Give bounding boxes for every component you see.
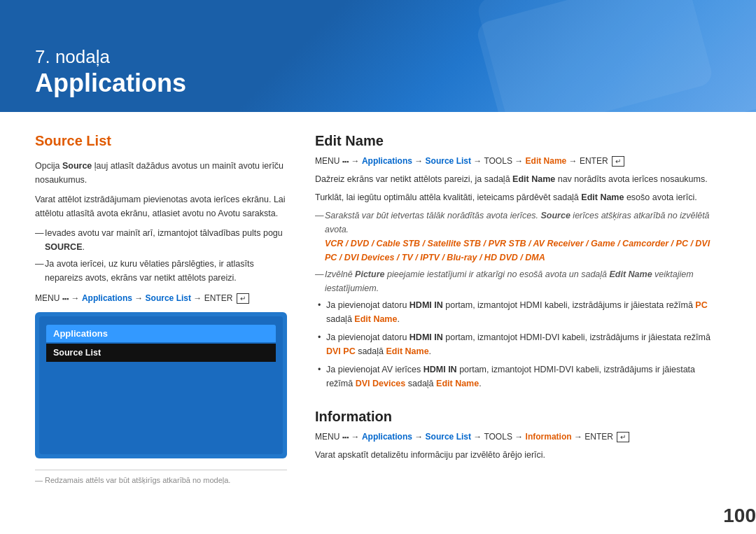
enter-icon-edit: ↵	[612, 156, 624, 167]
edit-name-section: Edit Name MENU ▪▪▪ → Applications → Sour…	[315, 133, 721, 391]
edit-name-dot1: Ja pievienojat datoru HDMI IN portam, iz…	[315, 298, 721, 326]
edit-name-para2: Turklāt, lai iegūtu optimālu attēla kval…	[315, 190, 721, 204]
edit-name-menu-path: MENU ▪▪▪ → Applications → Source List → …	[315, 156, 721, 167]
footnote: — Redzamais attēls var būt atšķirīgs atk…	[35, 470, 287, 484]
information-section: Information MENU ▪▪▪ → Applications → So…	[315, 409, 721, 462]
edit-name-dot2: Ja pievienojat datoru HDMI IN portam, iz…	[315, 330, 721, 358]
enter-icon-info: ↵	[617, 432, 629, 442]
source-list-section-title: Source List	[35, 133, 287, 149]
enter-icon: ↵	[237, 293, 249, 304]
tv-header-bar: Applications	[46, 325, 276, 342]
tv-empty-space	[46, 362, 276, 446]
information-title: Information	[315, 409, 721, 425]
page-number: 100	[723, 505, 756, 527]
app-title-label: Applications	[35, 68, 186, 98]
source-list-bullet2: Ja avota ierīcei, uz kuru vēlaties pārsl…	[35, 257, 287, 285]
chapter-label: 7. nodaļa	[35, 46, 186, 68]
device-list: VCR / DVD / Cable STB / Satellite STB / …	[325, 239, 710, 262]
edit-name-para1: Dažreiz ekrāns var netikt attēlots parei…	[315, 172, 721, 186]
edit-name-title: Edit Name	[315, 133, 721, 149]
applications-nav-link: Applications	[82, 293, 132, 303]
tv-selected-item: Source List	[46, 344, 276, 362]
header-title-block: 7. nodaļa Applications	[35, 46, 186, 98]
page-header: 7. nodaļa Applications	[0, 0, 756, 112]
information-para1: Varat apskatīt detalizētu informāciju pa…	[315, 448, 721, 462]
source-list-para2: Varat attēlot izstrādājumam pievienotas …	[35, 192, 287, 220]
source-list-bullet1: Ievades avotu var mainīt arī, izmantojot…	[35, 226, 287, 254]
edit-name-dot3: Ja pievienojat AV ierīces HDMI IN portam…	[315, 363, 721, 391]
right-column: Edit Name MENU ▪▪▪ → Applications → Sour…	[315, 133, 721, 520]
source-list-menu-path: MENU ▪▪▪ → Applications → Source List → …	[35, 293, 287, 304]
source-list-nav-link: Source List	[146, 293, 191, 303]
tv-mockup: Applications Source List	[35, 312, 287, 458]
information-menu-path: MENU ▪▪▪ → Applications → Source List → …	[315, 432, 721, 442]
left-column: Source List Opcija Source ļauj atlasīt d…	[35, 133, 287, 520]
main-content: Source List Opcija Source ļauj atlasīt d…	[0, 112, 756, 534]
tv-screen: Applications Source List	[39, 316, 283, 454]
edit-name-bullet2: Izvēlnē Picture pieejamie iestatījumi ir…	[315, 267, 721, 295]
edit-name-bullet1: Sarakstā var būt ietvertas tālāk norādīt…	[315, 209, 721, 265]
source-list-para1: Opcija Source ļauj atlasīt dažādus avotu…	[35, 159, 287, 187]
